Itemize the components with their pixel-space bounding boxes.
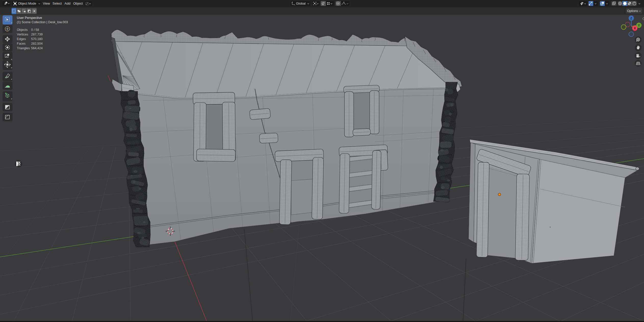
svg-text:Y: Y	[638, 24, 640, 27]
svg-text:Z: Z	[630, 17, 632, 20]
svg-text:X: X	[634, 27, 636, 30]
